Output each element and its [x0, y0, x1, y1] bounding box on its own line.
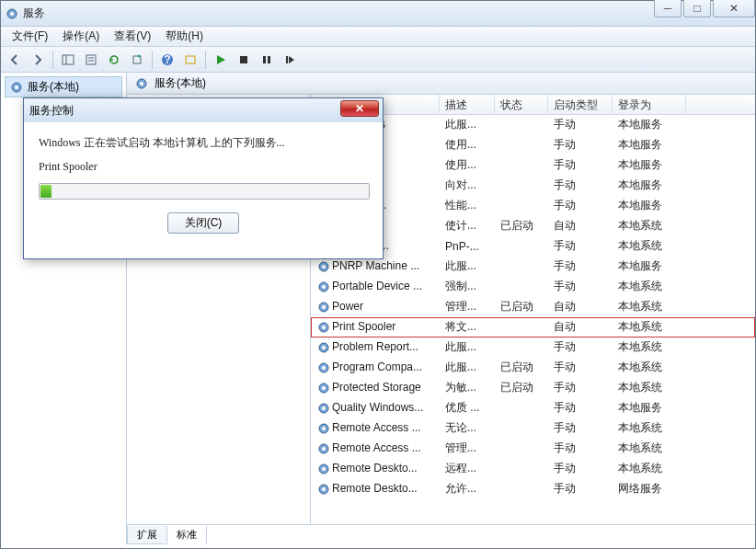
cell-startup: 手动	[548, 378, 613, 397]
show-hide-tree-button[interactable]	[58, 50, 78, 70]
gear-icon	[316, 300, 331, 315]
dialog-close-action-button[interactable]: 关闭(C)	[167, 212, 240, 234]
table-row[interactable]: Remote Deskto...允许...手动网络服务	[311, 479, 755, 499]
svg-point-40	[322, 326, 326, 329]
cell-status: 已启动	[495, 358, 548, 377]
cell-startup: 手动	[548, 135, 613, 154]
svg-point-34	[322, 265, 326, 269]
tab-extended[interactable]: 扩展	[127, 526, 167, 544]
svg-rect-11	[240, 56, 247, 63]
col-desc[interactable]: 描述	[440, 95, 495, 114]
services-window: 服务 ─ □ ✕ 文件(F) 操作(A) 查看(V) 帮助(H) ?	[0, 0, 756, 549]
toolbar-separator	[205, 51, 206, 69]
table-row[interactable]: Protected Storage为敏...已启动手动本地系统	[311, 378, 755, 398]
pause-service-button[interactable]	[257, 50, 277, 70]
start-service-button[interactable]	[211, 50, 231, 70]
cell-desc: 此服...	[440, 337, 495, 357]
export-button[interactable]	[127, 50, 147, 70]
forward-button[interactable]	[28, 50, 48, 70]
cell-logon: 本地系统	[613, 216, 686, 235]
table-row[interactable]: Remote Access ...管理...手动本地系统	[311, 439, 755, 459]
tab-standard[interactable]: 标准	[166, 526, 207, 544]
cell-startup: 手动	[548, 398, 613, 417]
cell-startup: 手动	[548, 115, 613, 134]
svg-rect-2	[63, 55, 74, 64]
dialog-body: Windows 正在尝试启动 本地计算机 上的下列服务... Print Spo…	[24, 122, 383, 243]
col-startup[interactable]: 启动类型	[548, 95, 613, 114]
cell-status	[495, 427, 548, 430]
table-row[interactable]: Problem Report...此服...手动本地系统	[311, 337, 755, 358]
cell-startup: 手动	[548, 418, 613, 438]
gear-icon	[316, 482, 331, 497]
menu-view[interactable]: 查看(V)	[107, 27, 158, 46]
cell-name: Program Compa...	[311, 359, 440, 377]
table-row[interactable]: Quality Windows...优质 ...手动本地服务	[311, 398, 755, 418]
cell-status	[495, 123, 548, 127]
cell-status	[495, 285, 548, 289]
menu-file[interactable]: 文件(F)	[5, 27, 55, 46]
dialog-close-button[interactable]: ✕	[340, 100, 379, 117]
cell-logon: 本地服务	[613, 176, 686, 195]
titlebar[interactable]: 服务 ─ □ ✕	[1, 1, 755, 27]
gear-icon	[316, 320, 331, 335]
minimize-button[interactable]: ─	[654, 0, 682, 17]
cell-startup: 手动	[548, 479, 613, 498]
progress-fill	[40, 185, 52, 198]
stop-service-button[interactable]	[234, 50, 254, 70]
gear-icon	[316, 340, 331, 355]
cell-name: Problem Report...	[311, 338, 440, 357]
back-button[interactable]	[5, 50, 25, 70]
dialog-message: Windows 正在尝试启动 本地计算机 上的下列服务...	[39, 135, 368, 151]
cell-name: Remote Deskto...	[311, 480, 440, 498]
cell-desc: 管理...	[440, 439, 495, 458]
table-row[interactable]: Portable Device ...强制...手动本地系统	[311, 277, 755, 297]
svg-point-52	[322, 447, 326, 451]
cell-status	[495, 184, 548, 188]
col-status[interactable]: 状态	[495, 95, 548, 114]
table-row[interactable]: PNRP Machine ...此服...手动本地服务	[311, 257, 755, 277]
close-button[interactable]: ✕	[713, 0, 755, 17]
svg-point-36	[322, 285, 326, 289]
toolbar-separator	[52, 51, 53, 69]
menu-help[interactable]: 帮助(H)	[158, 27, 211, 46]
table-row[interactable]: Remote Access ...无论...手动本地系统	[311, 418, 755, 439]
cell-name: Remote Access ...	[311, 440, 440, 458]
cell-desc: 性能...	[440, 196, 495, 215]
table-row[interactable]: Print Spooler将文...自动本地系统	[311, 317, 755, 337]
nav-item-services-local[interactable]: 服务(本地)	[5, 76, 122, 97]
svg-rect-4	[86, 55, 96, 64]
cell-status	[495, 164, 548, 167]
svg-point-56	[322, 487, 326, 491]
cell-startup: 手动	[548, 439, 613, 458]
cell-status	[495, 346, 548, 349]
cell-name: Quality Windows...	[311, 399, 440, 417]
cell-name: Protected Storage	[311, 379, 440, 397]
table-row[interactable]: Program Compa...此服...已启动手动本地系统	[311, 358, 755, 378]
menu-action[interactable]: 操作(A)	[55, 27, 107, 46]
svg-rect-12	[263, 56, 266, 63]
cell-logon: 本地系统	[613, 418, 686, 438]
cell-desc: 优质 ...	[440, 398, 495, 417]
col-logon[interactable]: 登录为	[613, 95, 686, 114]
restart-service-button[interactable]	[280, 50, 300, 70]
maximize-button[interactable]: □	[683, 0, 711, 17]
properties-button[interactable]	[81, 50, 101, 70]
help-button[interactable]: ?	[157, 50, 178, 70]
cell-logon: 本地系统	[613, 378, 686, 397]
refresh-button[interactable]	[104, 50, 124, 70]
cell-status	[495, 265, 548, 269]
cell-startup: 自动	[548, 297, 613, 316]
cell-status	[495, 447, 548, 451]
table-row[interactable]: Remote Deskto...远程...手动本地系统	[311, 459, 755, 479]
table-row[interactable]: Power管理...已启动自动本地系统	[311, 297, 755, 317]
cell-logon: 本地系统	[613, 459, 686, 478]
cell-status	[495, 326, 548, 329]
cell-logon: 本地系统	[613, 297, 686, 316]
cell-desc: 无论...	[440, 418, 495, 438]
toolbar-icon[interactable]	[180, 50, 200, 70]
main-header: 服务(本地)	[127, 73, 755, 95]
dialog-service-name: Print Spooler	[39, 160, 368, 174]
dialog-titlebar[interactable]: 服务控制 ✕	[24, 98, 383, 122]
cell-status: 已启动	[495, 216, 548, 235]
svg-point-42	[322, 346, 326, 349]
